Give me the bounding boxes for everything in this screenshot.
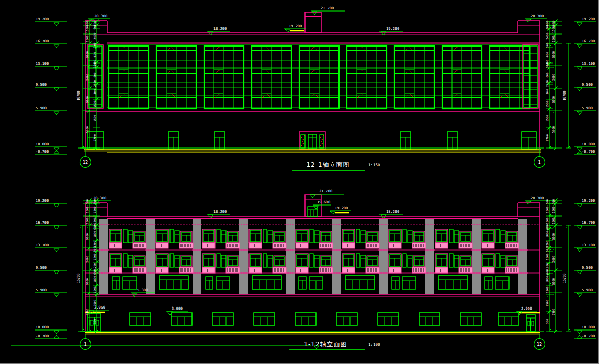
dim-chain-label: 300 bbox=[93, 63, 96, 69]
dim-chain-label: 600 bbox=[86, 199, 89, 204]
balcony bbox=[389, 267, 401, 273]
dim-chain-label: 1200 bbox=[93, 263, 96, 270]
dim-chain-label: 1500 bbox=[546, 206, 549, 213]
pilaster bbox=[146, 219, 155, 294]
pilaster bbox=[518, 219, 527, 294]
dim-chain-label: 600 bbox=[546, 73, 549, 78]
level-label: 19.200 bbox=[582, 199, 595, 203]
level-label: 13.100 bbox=[36, 62, 49, 66]
dim-chain-label: 1800 bbox=[93, 276, 96, 282]
dim-chain-label: 3600 bbox=[86, 96, 89, 103]
dim-chain-label: 300 bbox=[546, 63, 549, 69]
balcony bbox=[412, 267, 426, 273]
dim-chain-label: 1200 bbox=[93, 286, 96, 293]
level-label: 3.000 bbox=[172, 306, 183, 311]
dim-chain-label: 2400 bbox=[93, 32, 96, 39]
level-label: 9.500 bbox=[36, 266, 47, 270]
dim-chain-label: 1500 bbox=[93, 206, 96, 213]
level-label: 19.200 bbox=[386, 27, 399, 31]
balcony bbox=[179, 243, 193, 248]
title-top-text: 12-1轴立面图 bbox=[306, 161, 349, 168]
level-label: 13.100 bbox=[582, 243, 595, 247]
balcony bbox=[133, 243, 146, 248]
dim-chain-label: 600 bbox=[93, 25, 96, 30]
dim-chain-label: 600 bbox=[93, 224, 96, 230]
level-label: 2.950 bbox=[521, 306, 532, 311]
level-label: 19.200 bbox=[335, 206, 348, 210]
balcony bbox=[226, 243, 240, 248]
dim-chain-label: 2400 bbox=[546, 80, 549, 87]
dim-chain-label: 1200 bbox=[546, 263, 549, 270]
dim-chain-label: 600 bbox=[93, 52, 96, 58]
dim-chain-label: 600 bbox=[93, 73, 96, 78]
pilaster bbox=[239, 219, 248, 294]
balcony bbox=[459, 267, 472, 273]
level-label: 19.600 bbox=[317, 200, 330, 204]
balcony bbox=[249, 243, 262, 248]
dim-chain-label: 1500 bbox=[86, 26, 89, 33]
dim-chain-label: 1500 bbox=[86, 217, 89, 224]
dim-chain-label: 1800 bbox=[546, 276, 549, 282]
level-label: -0.700 bbox=[582, 150, 595, 154]
dim-chain-label: 600 bbox=[552, 199, 555, 204]
level-label: 9.500 bbox=[582, 83, 593, 87]
dim-chain-label: 3600 bbox=[86, 51, 89, 58]
balcony bbox=[226, 267, 240, 273]
cad-canvas: 20.30020.30021.70018.20019.20019.20019.2… bbox=[0, 0, 599, 364]
axis-number: 12 bbox=[537, 342, 542, 347]
level-label: 9.500 bbox=[36, 83, 47, 87]
balcony bbox=[156, 267, 168, 273]
dim-chain-label: 5900 bbox=[86, 126, 89, 133]
dim-chain-label: 600 bbox=[546, 199, 549, 204]
level-label: 16.700 bbox=[36, 221, 49, 225]
dim-chain-label: 1500 bbox=[552, 35, 555, 42]
level-label: 9.500 bbox=[582, 266, 593, 270]
balcony bbox=[389, 243, 401, 248]
dim-chain-label: 600 bbox=[546, 52, 549, 58]
dim-chain-label: 300 bbox=[93, 43, 96, 48]
dim-chain-label: 2700 bbox=[546, 134, 549, 141]
balcony bbox=[273, 243, 286, 248]
dim-chain-label: 1500 bbox=[546, 115, 549, 121]
pilaster bbox=[99, 219, 108, 294]
pilaster bbox=[193, 219, 201, 294]
balcony bbox=[202, 243, 215, 248]
dim-chain-label: 2500 bbox=[546, 300, 549, 306]
dim-chain-label: 1800 bbox=[546, 253, 549, 260]
dim-chain-label: 600 bbox=[546, 25, 549, 30]
dim-chain-label: 600 bbox=[93, 269, 96, 275]
dim-chain-label: 1500 bbox=[93, 115, 96, 121]
dim-chain-label: 3600 bbox=[552, 74, 555, 81]
pilaster bbox=[425, 219, 434, 294]
dim-chain-label: 1500 bbox=[93, 100, 96, 107]
dim-chain-label: 1500 bbox=[552, 206, 555, 213]
balcony bbox=[156, 243, 168, 248]
dim-chain-label: 1500 bbox=[86, 206, 89, 213]
dim-chain-label: 5900 bbox=[86, 309, 89, 315]
dim-chain-label: 1500 bbox=[552, 217, 555, 224]
dim-chain-label: 3600 bbox=[552, 233, 555, 240]
level-label: ±0.000 bbox=[36, 142, 49, 146]
balcony bbox=[109, 267, 122, 273]
balcony bbox=[179, 267, 193, 273]
dim-chain-label: 600 bbox=[93, 199, 96, 204]
dim-chain-label: 600 bbox=[546, 269, 549, 275]
dim-chain-label: 600 bbox=[546, 224, 549, 230]
dim-chain-label: 3600 bbox=[552, 51, 555, 58]
level-label: -0.700 bbox=[36, 150, 49, 154]
dim-chain-label: 5900 bbox=[552, 309, 555, 315]
dim-total-label: 16700 bbox=[76, 90, 81, 101]
pilaster bbox=[379, 219, 388, 294]
balcony bbox=[412, 243, 426, 248]
level-label: 16.700 bbox=[582, 221, 595, 225]
dim-chain-label: 300 bbox=[546, 43, 549, 48]
dim-chain-label: 1200 bbox=[546, 286, 549, 293]
level-label: 19.200 bbox=[289, 24, 302, 28]
balcony bbox=[249, 267, 262, 273]
level-label: 19.200 bbox=[36, 17, 49, 21]
dim-chain-label: 600 bbox=[546, 247, 549, 252]
level-label: 20.300 bbox=[530, 14, 544, 18]
level-label: 5.300 bbox=[137, 288, 148, 292]
title-top-scale: 1:150 bbox=[368, 163, 380, 167]
cad-drawing: 20.30020.30021.70018.20019.20019.20019.2… bbox=[0, 0, 599, 364]
